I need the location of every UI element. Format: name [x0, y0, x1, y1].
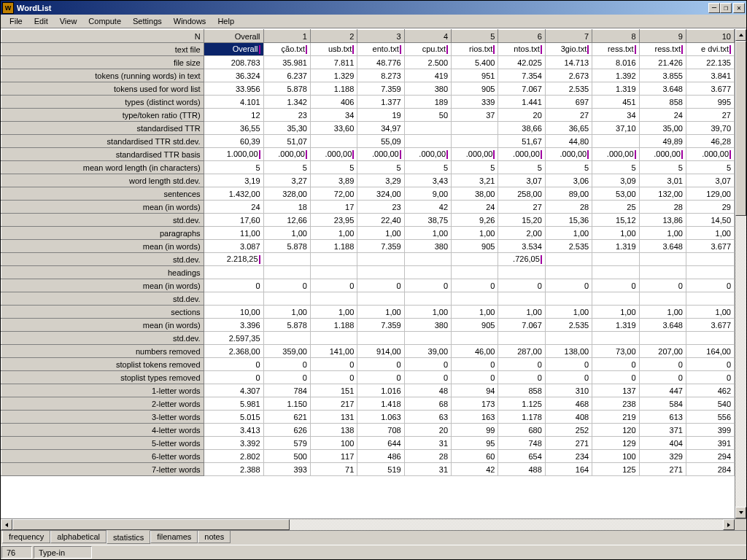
cell[interactable]: 784	[263, 384, 310, 397]
cell[interactable]: 38,00	[452, 187, 498, 201]
cell[interactable]: 3.087	[204, 240, 263, 253]
row-header[interactable]: headings	[1, 266, 204, 279]
row-header[interactable]: numbers removed	[1, 345, 204, 358]
cell[interactable]	[452, 332, 498, 345]
cell[interactable]: 462	[686, 384, 734, 397]
cell[interactable]: 3,19	[204, 174, 263, 187]
cell[interactable]: 0	[404, 279, 451, 292]
column-header[interactable]: 6	[498, 30, 545, 43]
cell[interactable]: 626	[263, 424, 310, 437]
cell[interactable]: 17	[310, 201, 357, 214]
cell[interactable]: 5	[686, 161, 734, 174]
cell[interactable]: 11,00	[204, 227, 263, 240]
row-header[interactable]: stoplist types removed	[1, 371, 204, 384]
cell[interactable]: 1.178	[498, 411, 545, 424]
cell[interactable]	[404, 332, 451, 345]
cell[interactable]: 50	[404, 109, 451, 122]
cell[interactable]: 31	[404, 463, 451, 476]
cell[interactable]: 0	[404, 371, 451, 384]
cell[interactable]: 584	[639, 397, 686, 411]
cell[interactable]: 654	[498, 450, 545, 463]
cell[interactable]: 905	[452, 319, 498, 332]
cell[interactable]	[310, 135, 357, 148]
cell[interactable]: 37	[452, 109, 498, 122]
cell[interactable]: 1,00	[310, 306, 357, 319]
cell[interactable]: 5	[263, 161, 310, 174]
cell[interactable]: 35.981	[263, 56, 310, 69]
cell[interactable]: 1.432,00	[204, 187, 263, 201]
cell[interactable]: 3,01	[639, 174, 686, 187]
cell[interactable]: 2.368,00	[204, 345, 263, 358]
cell[interactable]: 258,00	[498, 187, 545, 201]
row-header[interactable]: standardised TTR basis	[1, 148, 204, 161]
cell[interactable]	[639, 266, 686, 279]
cell[interactable]: 0	[357, 371, 404, 384]
cell[interactable]: 60,39	[204, 135, 263, 148]
cell[interactable]: 1.377	[357, 96, 404, 109]
cell[interactable]: 3,07	[498, 174, 545, 187]
cell[interactable]	[263, 292, 310, 306]
cell[interactable]: 138	[310, 424, 357, 437]
cell[interactable]: ção.txt	[263, 43, 310, 56]
cell[interactable]: 0	[545, 371, 592, 384]
cell[interactable]	[204, 266, 263, 279]
row-header[interactable]: 7-letter words	[1, 463, 204, 476]
cell[interactable]	[686, 292, 734, 306]
cell[interactable]	[545, 266, 592, 279]
cell[interactable]: 99	[452, 424, 498, 437]
cell[interactable]: 2,00	[498, 227, 545, 240]
cell[interactable]: 2.535	[545, 319, 592, 332]
cell[interactable]: 294	[686, 450, 734, 463]
cell[interactable]: 3.396	[204, 319, 263, 332]
cell[interactable]: 3,21	[452, 174, 498, 187]
cell[interactable]: e dvi.txt	[686, 43, 734, 56]
cell[interactable]: .726,05	[498, 253, 545, 266]
cell[interactable]: 0	[545, 279, 592, 292]
cell[interactable]: 17,60	[204, 214, 263, 227]
cell[interactable]: 5	[357, 161, 404, 174]
cell[interactable]: 46,00	[452, 345, 498, 358]
cell[interactable]: 0	[639, 279, 686, 292]
cell[interactable]: 1,00	[545, 306, 592, 319]
cell[interactable]: 1.418	[357, 397, 404, 411]
cell[interactable]: 0	[263, 371, 310, 384]
cell[interactable]	[545, 292, 592, 306]
cell[interactable]: 1.000,00	[204, 148, 263, 161]
cell[interactable]: 1,00	[592, 227, 639, 240]
column-header[interactable]: 1	[263, 30, 310, 43]
cell[interactable]: 380	[404, 82, 451, 96]
cell[interactable]: 3.413	[204, 424, 263, 437]
cell[interactable]: 540	[686, 397, 734, 411]
cell[interactable]: ress.txt	[639, 43, 686, 56]
cell[interactable]	[357, 266, 404, 279]
cell[interactable]: 5	[545, 161, 592, 174]
menu-compute[interactable]: Compute	[82, 15, 127, 27]
cell[interactable]: ntos.txt	[498, 43, 545, 56]
cell[interactable]: 271	[545, 437, 592, 450]
cell[interactable]: 33,60	[310, 122, 357, 135]
cell[interactable]: 163	[452, 411, 498, 424]
cell[interactable]: 1.319	[592, 82, 639, 96]
cell[interactable]: 1,00	[263, 227, 310, 240]
cell[interactable]: 1.016	[357, 384, 404, 397]
cell[interactable]	[592, 332, 639, 345]
cell[interactable]: 5.878	[263, 82, 310, 96]
cell[interactable]: 905	[452, 82, 498, 96]
cell[interactable]: 27	[498, 201, 545, 214]
cell[interactable]: 621	[263, 411, 310, 424]
cell[interactable]	[357, 332, 404, 345]
cell[interactable]: 18	[263, 201, 310, 214]
cell[interactable]	[498, 332, 545, 345]
cell[interactable]: 1,00	[404, 227, 451, 240]
cell[interactable]: 131	[310, 411, 357, 424]
cell[interactable]: 164,00	[686, 345, 734, 358]
row-header[interactable]: sentences	[1, 187, 204, 201]
cell[interactable]: 1.329	[310, 69, 357, 82]
cell[interactable]: .000,00	[310, 148, 357, 161]
cell[interactable]: 0	[592, 279, 639, 292]
cell[interactable]: 33.956	[204, 82, 263, 96]
cell[interactable]: 72,00	[310, 187, 357, 201]
cell[interactable]: 995	[686, 96, 734, 109]
cell[interactable]: 2.673	[545, 69, 592, 82]
scroll-up-button[interactable]	[735, 29, 746, 41]
